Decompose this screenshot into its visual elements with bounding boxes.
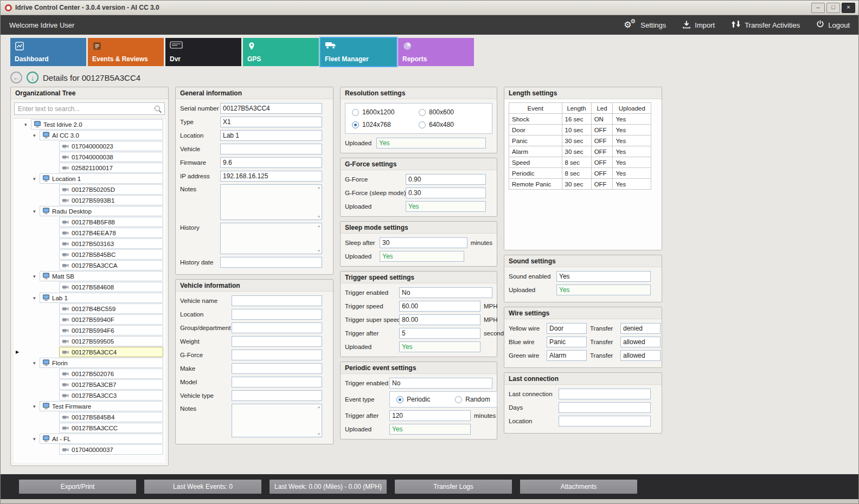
tree-node-box[interactable]: 025821100017 <box>59 163 163 173</box>
transfer-logs-button[interactable]: Transfer Logs <box>395 480 512 494</box>
vehicle-vehicle-name-input[interactable] <box>232 295 322 306</box>
tab-reports[interactable]: Reports <box>398 38 474 66</box>
tree-node-box[interactable]: 00127B50205D <box>59 184 163 195</box>
table-row[interactable]: Door10 secOFFYes <box>509 125 651 135</box>
blue-wire-event-input[interactable] <box>547 337 587 347</box>
expander-icon[interactable]: ▾ <box>33 295 40 301</box>
search-input[interactable] <box>14 102 165 115</box>
import-button[interactable]: Import <box>682 20 715 30</box>
tab-events-reviews[interactable]: Events & Reviews <box>88 38 164 66</box>
trigger-speed-input[interactable] <box>399 301 480 312</box>
tree-device-025821100017[interactable]: 025821100017 <box>14 163 165 173</box>
tree-node-box[interactable]: Matt SB <box>40 271 163 281</box>
export-print-button[interactable]: Export/Print <box>19 480 136 494</box>
resolution-option-1024x768[interactable]: 1024x768 <box>352 121 419 128</box>
vehicle-vehicle-type-input[interactable] <box>232 390 322 401</box>
yellow-wire-transfer-input[interactable] <box>620 323 661 334</box>
gforce-uploaded-value[interactable] <box>406 201 486 212</box>
tab-fleet-manager[interactable]: Fleet Manager <box>320 38 396 66</box>
tree-device-00127b5845b4[interactable]: 00127B5845B4 <box>14 412 165 422</box>
green-wire-transfer-input[interactable] <box>620 350 661 361</box>
tree-node-box[interactable]: AI - FL <box>40 434 163 444</box>
sound-enabled-value[interactable] <box>556 271 651 282</box>
tree-group-lab-1[interactable]: ▾Lab 1 <box>14 293 165 303</box>
tree-node-box[interactable]: 017040000023 <box>59 141 163 151</box>
tree-device-00127b5a3cc4[interactable]: ▶00127B5A3CC4 <box>14 347 165 357</box>
periodic-trigger-after-input[interactable] <box>389 410 471 421</box>
table-row[interactable]: Panic30 secOFFYes <box>509 135 651 146</box>
tree-device-017040000037[interactable]: 017040000037 <box>14 444 165 455</box>
expander-icon[interactable]: ▾ <box>24 122 31 127</box>
vehicle-g-force-input[interactable] <box>232 350 322 360</box>
last-connection-input[interactable] <box>559 389 651 399</box>
close-button[interactable]: × <box>842 3 855 13</box>
tree-node-box[interactable]: Lab 1 <box>40 293 163 303</box>
tree-node-box[interactable]: Test Idrive 2.0 <box>31 119 163 130</box>
resolution-option-800x600[interactable]: 800x600 <box>419 108 485 116</box>
expander-icon[interactable]: ▾ <box>33 274 40 279</box>
maximize-button[interactable]: □ <box>826 3 840 13</box>
tree-device-00127b599505[interactable]: 00127B599505 <box>14 336 165 346</box>
tree-group-test-firmware[interactable]: ▾Test Firmware <box>14 401 165 411</box>
table-row[interactable]: Shock16 secONYes <box>509 114 651 125</box>
table-row[interactable]: Alarm30 secOFFYes <box>509 146 651 157</box>
resolution-uploaded-value[interactable] <box>376 138 486 148</box>
table-row[interactable]: Periodic8 secOFFYes <box>509 168 651 179</box>
ip-address-input[interactable] <box>220 171 322 182</box>
g-force-sleep-mode-input[interactable] <box>406 188 486 198</box>
vehicle-weight-input[interactable] <box>232 336 322 347</box>
tab-dvr[interactable]: Dvr <box>165 38 241 66</box>
tab-gps[interactable]: GPS <box>243 38 319 66</box>
tree-node-box[interactable]: 00127B502076 <box>59 369 163 379</box>
firmware-input[interactable] <box>220 157 322 168</box>
table-row[interactable]: Remote Panic30 secOFFYes <box>509 179 651 190</box>
tree-node-box[interactable]: Location 1 <box>40 173 163 184</box>
event-type-option-periodic[interactable]: Periodic <box>396 396 430 403</box>
tree-node-box[interactable]: 00127B599505 <box>59 336 163 346</box>
tree-node-box[interactable]: Radu Desktop <box>40 206 163 216</box>
expander-icon[interactable]: ▾ <box>33 436 40 442</box>
resolution-option-640x480[interactable]: 640x480 <box>419 121 485 128</box>
tree-node-box[interactable]: 00127B5A3CCC <box>59 423 163 433</box>
tree-node-box[interactable]: 017040000038 <box>59 152 163 162</box>
tree-device-00127b502076[interactable]: 00127B502076 <box>14 369 165 379</box>
tree-node-box[interactable]: 00127B5A3CC4 <box>59 347 163 357</box>
history-field[interactable]: ▲ ▼ <box>220 223 322 254</box>
tree-device-00127b5993b1[interactable]: 00127B5993B1 <box>14 195 165 205</box>
tree-node-box[interactable]: 00127B5A3CB7 <box>59 379 163 390</box>
tree-device-00127b5a3ccc[interactable]: 00127B5A3CCC <box>14 423 165 433</box>
serial-number-input[interactable] <box>220 103 322 114</box>
last-week-events-button[interactable]: Last Week Events: 0 <box>144 480 261 494</box>
tree-node-box[interactable]: 00127B5A3CCA <box>59 260 163 270</box>
resolution-option-1600x1200[interactable]: 1600x1200 <box>352 108 419 116</box>
vehicle-input[interactable] <box>220 144 322 154</box>
vehicle-notes-field[interactable]: ▲ ▼ <box>232 404 322 437</box>
tree-group-location-1[interactable]: ▾Location 1 <box>14 173 165 184</box>
type-input[interactable] <box>220 117 322 127</box>
tree-device-00127b4bc559[interactable]: 00127B4BC559 <box>14 303 165 314</box>
expander-icon[interactable]: ▾ <box>33 404 40 409</box>
tree-node-box[interactable]: 00127B59940F <box>59 314 163 325</box>
minimize-button[interactable]: – <box>811 3 825 13</box>
trigger-enabled-input[interactable] <box>399 287 492 298</box>
vehicle-location-input[interactable] <box>232 309 322 320</box>
location-input[interactable] <box>220 130 322 141</box>
tree-device-00127b5994f6[interactable]: 00127B5994F6 <box>14 325 165 335</box>
tree-node-box[interactable]: AI CC 3.0 <box>40 130 163 140</box>
sleep-after-input[interactable] <box>380 237 467 248</box>
back-button[interactable]: ← <box>10 72 22 83</box>
tree-node-box[interactable]: Test Firmware <box>40 401 163 411</box>
uploaded-value[interactable] <box>556 285 651 295</box>
tree-node-box[interactable]: 00127B5845B4 <box>59 412 163 422</box>
tree-node-box[interactable]: 017040000037 <box>59 444 163 455</box>
tree-node-box[interactable]: 00127B584608 <box>59 282 163 292</box>
notes-field[interactable]: ▲ ▼ <box>220 184 322 220</box>
tab-dashboard[interactable]: Dashboard <box>10 38 86 66</box>
vehicle-group-department-input[interactable] <box>232 322 322 333</box>
last-week-button[interactable]: Last Week: 0.00 (Miles) - 0.00 (MPH) <box>270 480 387 494</box>
periodic-uploaded-value[interactable] <box>389 424 471 435</box>
tree-node-box[interactable]: 00127B4EEA78 <box>59 228 163 238</box>
expander-icon[interactable]: ▾ <box>33 360 40 366</box>
tree-node-box[interactable]: 00127B503163 <box>59 238 163 249</box>
tree-node-box[interactable]: 00127B4BC559 <box>59 303 163 314</box>
